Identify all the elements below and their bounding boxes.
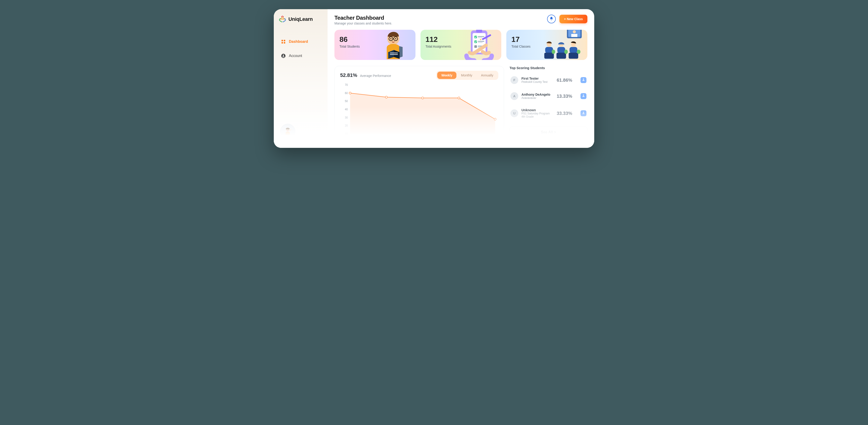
svg-rect-26 (478, 41, 484, 42)
svg-point-8 (287, 130, 287, 130)
new-class-button[interactable]: + New Class (559, 14, 587, 23)
main: Teacher Dashboard Manage your classes an… (328, 9, 594, 148)
panels: 52.81% Average Performance Weekly Monthl… (334, 66, 587, 141)
svg-text:50: 50 (345, 100, 348, 103)
page-subtitle: Manage your classes and students here. (334, 22, 392, 25)
svg-rect-24 (478, 37, 483, 38)
top-students-panel: Top Scoring Students F First Tester Peek… (509, 66, 587, 141)
svg-point-58 (385, 96, 387, 98)
svg-rect-23 (478, 36, 484, 37)
stat-card-students: 86 Total Students (334, 30, 415, 60)
svg-text:70: 70 (345, 84, 348, 87)
svg-text:20: 20 (345, 124, 348, 127)
student-row: F First Tester Peekskill County Test 61.… (509, 74, 587, 86)
student-row: U Unknown PS1 Saturday Program 4th Grade… (509, 106, 587, 121)
svg-point-0 (282, 19, 283, 20)
svg-point-62 (583, 78, 584, 79)
svg-rect-39 (544, 53, 554, 59)
performance-panel: 52.81% Average Performance Weekly Monthl… (334, 66, 504, 141)
svg-point-61 (494, 118, 496, 120)
svg-point-60 (458, 97, 460, 99)
svg-point-57 (349, 92, 351, 94)
svg-point-59 (422, 97, 424, 99)
svg-point-35 (573, 30, 576, 33)
student-name: Unknown (522, 108, 554, 112)
student-score: 13.33% (557, 94, 577, 99)
tab-annually[interactable]: Annually (477, 72, 497, 79)
nav: Dashboard Account (278, 37, 323, 61)
stat-card-classes: 17 Total Classes (506, 30, 587, 60)
sidebar-item-dashboard[interactable]: Dashboard (278, 37, 323, 47)
svg-rect-42 (556, 53, 566, 59)
svg-rect-21 (476, 30, 482, 33)
svg-point-6 (283, 55, 284, 56)
avatar (280, 124, 295, 139)
student-score: 33.33% (557, 111, 577, 116)
svg-point-64 (583, 112, 584, 113)
range-tabs: Weekly Monthly Annually (436, 71, 498, 80)
sidebar-item-account[interactable]: Account (278, 51, 323, 61)
student-name: First Tester (522, 77, 554, 80)
bell-icon (549, 17, 554, 22)
svg-rect-22 (474, 36, 477, 38)
student-detail: Peekskill County Test (522, 80, 554, 84)
svg-rect-3 (282, 42, 283, 43)
person-icon (582, 111, 585, 116)
tab-monthly[interactable]: Monthly (457, 72, 476, 79)
classroom-illustration-icon (542, 30, 587, 60)
page-header: Teacher Dashboard Manage your classes an… (334, 14, 587, 25)
brand-name: UniqLearn (288, 16, 313, 22)
svg-rect-45 (568, 53, 578, 59)
sidebar: UniqLearn Dashboard (274, 9, 328, 148)
svg-rect-2 (284, 40, 285, 41)
svg-rect-41 (557, 47, 565, 53)
clipboard-illustration-icon (456, 30, 501, 60)
svg-rect-44 (569, 47, 577, 53)
brand-logo-icon (279, 15, 286, 23)
performance-chart: 10203040506070 (340, 84, 498, 136)
svg-rect-27 (478, 42, 483, 43)
svg-rect-17 (390, 53, 398, 53)
grid-icon (281, 39, 286, 44)
app-window: UniqLearn Dashboard (274, 9, 594, 148)
tab-weekly[interactable]: Weekly (437, 72, 457, 79)
svg-point-63 (583, 95, 584, 96)
svg-rect-25 (474, 40, 477, 43)
svg-text:30: 30 (345, 116, 348, 119)
student-score: 61.86% (557, 77, 577, 83)
svg-point-47 (552, 50, 555, 54)
student-action-button[interactable] (581, 93, 586, 99)
stat-cards: 86 Total Students (334, 30, 587, 60)
svg-rect-1 (282, 40, 283, 41)
svg-point-9 (288, 130, 289, 130)
person-icon (582, 78, 585, 82)
chart-label: Average Performance (360, 74, 391, 77)
profile-footer[interactable]: Aidan (280, 124, 295, 145)
person-icon (582, 94, 585, 98)
see-all-button[interactable]: See All > (509, 126, 587, 138)
account-icon (281, 54, 286, 58)
student-row: A Anthony DeAngelo Avavavavav 13.33% (509, 90, 587, 102)
student-initial: U (510, 109, 518, 117)
svg-rect-36 (571, 34, 577, 37)
student-detail: Avavavavav (522, 96, 554, 100)
notifications-button[interactable] (547, 14, 556, 23)
student-action-button[interactable] (581, 77, 586, 83)
svg-rect-10 (285, 132, 290, 135)
student-initial: F (510, 76, 518, 84)
svg-point-49 (577, 50, 580, 54)
svg-text:40: 40 (345, 108, 348, 111)
student-detail: PS1 Saturday Program 4th Grade (522, 112, 554, 119)
svg-rect-4 (284, 42, 285, 43)
brand: UniqLearn (278, 15, 323, 23)
sidebar-item-label: Dashboard (289, 40, 308, 44)
svg-text:10: 10 (345, 132, 348, 135)
svg-point-16 (395, 38, 396, 39)
profile-name: Aidan (282, 140, 293, 145)
student-action-button[interactable] (581, 110, 586, 116)
chart-percent: 52.81% (340, 72, 357, 78)
svg-point-48 (564, 50, 568, 54)
stat-card-assignments: 112 Total Assignments (421, 30, 501, 60)
svg-rect-18 (390, 54, 398, 55)
student-illustration-icon (370, 30, 414, 60)
